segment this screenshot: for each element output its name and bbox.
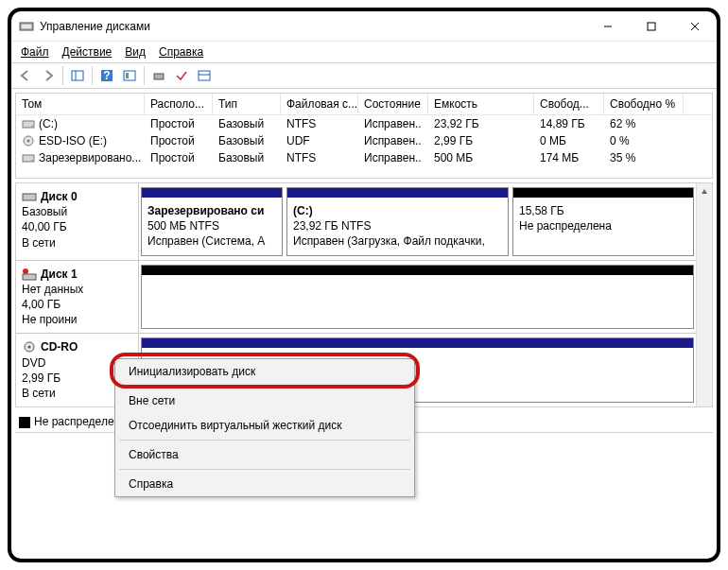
svg-text:?: ? [103, 69, 110, 82]
volume-table: Том Располо... Тип Файловая с... Состоян… [15, 93, 713, 179]
list-button[interactable] [194, 65, 215, 86]
disk-row-0[interactable]: Диск 0 Базовый 40,00 ГБ В сети Зарезерви… [16, 183, 712, 261]
volume-table-header: Том Располо... Тип Файловая с... Состоян… [16, 94, 712, 115]
close-button[interactable] [673, 11, 717, 42]
forward-button[interactable] [38, 65, 59, 86]
disk-icon [22, 190, 37, 203]
svg-rect-6 [72, 71, 83, 80]
maximize-button[interactable] [630, 11, 673, 42]
disk-label: Диск 1 Нет данных 4,00 ГБ Не проини [16, 261, 139, 334]
col-type[interactable]: Тип [213, 94, 281, 114]
cdrom-icon [22, 340, 37, 354]
svg-point-18 [27, 140, 30, 143]
menu-action[interactable]: Действие [57, 43, 118, 60]
back-button[interactable] [15, 65, 36, 86]
titlebar: Управление дисками [11, 11, 717, 42]
help-button[interactable]: ? [96, 65, 117, 86]
col-percent[interactable]: Свободно % [604, 94, 684, 114]
menu-file[interactable]: Файл [15, 43, 55, 60]
svg-rect-21 [23, 194, 36, 200]
check-button[interactable] [171, 65, 192, 86]
menu-detach-vhd[interactable]: Отсоединить виртуальный жесткий диск [115, 413, 414, 438]
refresh-button[interactable] [148, 65, 169, 86]
minimize-button[interactable] [586, 11, 630, 42]
disk-row-1[interactable]: Диск 1 Нет данных 4,00 ГБ Не проини [16, 261, 712, 335]
col-status[interactable]: Состояние [358, 94, 428, 114]
toolbar: ? [11, 62, 717, 89]
menu-initialize-disk[interactable]: Инициализировать диск [115, 359, 414, 384]
col-capacity[interactable]: Емкость [428, 94, 534, 114]
table-row[interactable]: Зарезервировано... Простой Базовый NTFS … [16, 149, 712, 166]
menubar: Файл Действие Вид Справка [11, 42, 717, 62]
show-hide-button[interactable] [67, 65, 88, 86]
partition-reserved[interactable]: Зарезервировано си 500 МБ NTFS Исправен … [141, 187, 283, 256]
app-icon [19, 19, 34, 34]
svg-rect-1 [22, 25, 31, 28]
legend-swatch-unallocated [19, 417, 30, 428]
col-free[interactable]: Свобод... [534, 94, 604, 114]
svg-rect-13 [199, 71, 210, 80]
window-title: Управление дисками [40, 20, 586, 33]
drive-icon [22, 117, 35, 130]
disk-unknown-icon [22, 268, 37, 281]
disc-icon [22, 134, 35, 147]
svg-rect-12 [154, 74, 164, 79]
volume-table-body: (C:) Простой Базовый NTFS Исправен.. 23,… [16, 115, 712, 178]
drive-icon [22, 151, 35, 164]
col-layout[interactable]: Располо... [145, 94, 213, 114]
svg-rect-16 [31, 126, 33, 127]
svg-rect-23 [23, 274, 36, 280]
disk-label: Диск 0 Базовый 40,00 ГБ В сети [16, 183, 139, 260]
svg-point-25 [28, 346, 31, 349]
menu-help[interactable]: Справка [153, 43, 209, 60]
partition-uninitialized[interactable] [141, 265, 694, 330]
menu-help[interactable]: Справка [115, 472, 414, 496]
svg-rect-10 [124, 71, 135, 80]
table-row[interactable]: ESD-ISO (E:) Простой Базовый UDF Исправе… [16, 132, 712, 149]
table-row[interactable]: (C:) Простой Базовый NTFS Исправен.. 23,… [16, 115, 712, 132]
svg-point-22 [23, 268, 28, 274]
window-frame: Управление дисками Файл Действие Вид Спр… [8, 8, 720, 562]
menu-view[interactable]: Вид [119, 43, 151, 60]
svg-rect-3 [648, 23, 655, 30]
menu-offline[interactable]: Вне сети [115, 389, 414, 413]
svg-rect-20 [31, 160, 33, 161]
menu-properties[interactable]: Свойства [115, 442, 414, 467]
svg-rect-11 [126, 73, 129, 78]
context-menu: Инициализировать диск Вне сети Отсоедини… [114, 358, 415, 497]
settings-button[interactable] [119, 65, 140, 86]
col-filesystem[interactable]: Файловая с... [281, 94, 358, 114]
partition-unallocated[interactable]: 15,58 ГБ Не распределена [512, 187, 694, 256]
col-volume[interactable]: Том [16, 94, 145, 114]
partition-c[interactable]: (C:) 23,92 ГБ NTFS Исправен (Загрузка, Ф… [286, 187, 509, 256]
